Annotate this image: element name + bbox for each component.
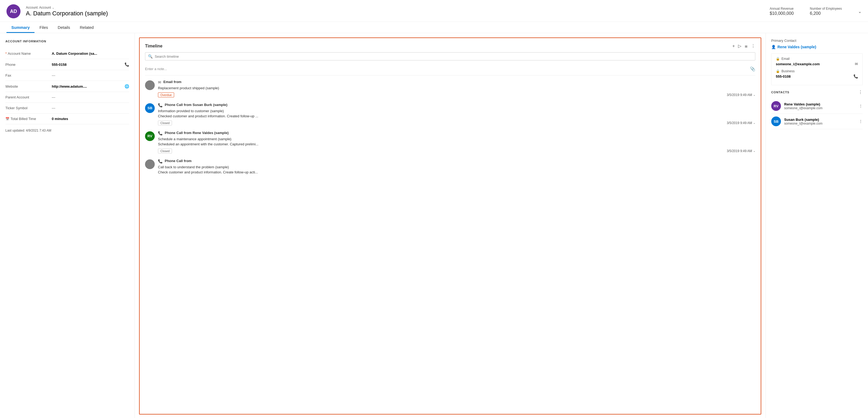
phone-icon[interactable]: 📞 xyxy=(125,62,129,67)
timeline-timestamp: 3/5/2019 9:49 AM ⌄ xyxy=(727,93,755,97)
fields-container: * Account NameA. Datum Corporation (sa..… xyxy=(5,48,129,114)
contact-business-field: 🔒 Business 555-0108 📞 xyxy=(776,69,858,79)
header-collapse-icon[interactable]: ⌄ xyxy=(858,9,862,14)
timeline-avatar xyxy=(145,80,155,90)
breadcrumb[interactable]: Account: Account ⌄ xyxy=(26,6,764,9)
contact-email: someone_l@example.com xyxy=(784,122,856,125)
phone-icon: 📞 xyxy=(158,131,162,136)
contact-avatar: SB xyxy=(771,117,781,126)
breadcrumb-chevron-icon[interactable]: ⌄ xyxy=(52,6,54,9)
header: AD Account: Account ⌄ A. Datum Corporati… xyxy=(0,0,868,22)
timeline-item-badge: Overdue xyxy=(158,92,174,97)
timeline-items: ✉Email fromReplacement product shipped (… xyxy=(145,80,755,177)
contact-list-item: RVRene Valdes (sample)someone_i@example.… xyxy=(771,98,863,114)
contact-avatar: RV xyxy=(771,101,781,111)
timeline-item-header: 📞Phone Call from Susan Burk (sample) xyxy=(158,103,755,107)
total-billed-time-value: 0 minutes xyxy=(52,117,129,121)
primary-contact-link[interactable]: 👤 Rene Valdes (sample) xyxy=(771,45,863,49)
expand-icon[interactable]: ⌄ xyxy=(753,149,755,152)
business-label: 🔒 Business xyxy=(776,69,858,73)
timeline-item-body: Replacement product shipped (sample) xyxy=(158,86,755,91)
timeline-title: Timeline xyxy=(145,44,729,49)
timeline-item-content: 📞Phone Call from Rene Valdes (sample)Sch… xyxy=(158,131,755,153)
title-group: Account: Account ⌄ A. Datum Corporation … xyxy=(26,6,764,17)
timeline-avatar: RV xyxy=(145,131,155,141)
contacts-list: RVRene Valdes (sample)someone_i@example.… xyxy=(771,98,863,129)
contact-card: 🔒 Email someone_i@example.com ✉ 🔒 Busine… xyxy=(771,53,863,85)
timeline-more-icon[interactable]: ⋮ xyxy=(751,43,755,49)
email-value: someone_i@example.com xyxy=(776,62,820,66)
search-input[interactable] xyxy=(155,55,752,59)
timeline-item-content: ✉Email fromReplacement product shipped (… xyxy=(158,80,755,97)
field-label: * Account Name xyxy=(5,52,49,56)
email-row: someone_i@example.com ✉ xyxy=(776,62,858,66)
email-icon: ✉ xyxy=(158,80,161,84)
contacts-section-title: CONTACTS xyxy=(771,91,789,94)
tab-files[interactable]: Files xyxy=(34,22,53,33)
timeline-sort-icon[interactable]: ≣ xyxy=(745,44,748,48)
timeline-item-content: 📞Phone Call fromCall back to understand … xyxy=(158,159,755,177)
avatar: AD xyxy=(6,4,21,18)
lock2-icon: 🔒 xyxy=(776,69,780,73)
timeline-search-bar[interactable]: 🔍 xyxy=(145,52,755,60)
field-label: Phone xyxy=(5,63,49,67)
timeline-timestamp: 3/5/2019 9:49 AM ⌄ xyxy=(727,121,755,125)
contact-info: Susan Burk (sample)someone_l@example.com xyxy=(784,118,856,125)
timeline-item-title: Phone Call from Susan Burk (sample) xyxy=(165,103,227,107)
contact-person-icon: 👤 xyxy=(771,45,776,49)
tab-details[interactable]: Details xyxy=(53,22,75,33)
timeline-item: ✉Email fromReplacement product shipped (… xyxy=(145,80,755,97)
field-label: Fax xyxy=(5,73,49,78)
total-billed-time-row: 📅 Total Billed Time 0 minutes xyxy=(5,114,129,124)
timeline-item-header: 📞Phone Call from xyxy=(158,159,755,163)
timeline-item-body: Schedule a maintenance appointment (samp… xyxy=(158,137,755,147)
note-input-area[interactable]: Enter a note... 📎 xyxy=(145,64,755,76)
timeline-item-title: Phone Call from Rene Valdes (sample) xyxy=(165,131,228,135)
timeline-item-footer: Closed3/5/2019 9:49 AM ⌄ xyxy=(158,121,755,125)
phone-icon: 📞 xyxy=(158,103,162,107)
attach-icon[interactable]: 📎 xyxy=(750,66,755,71)
contact-list-item: SBSusan Burk (sample)someone_l@example.c… xyxy=(771,114,863,129)
contacts-section-header: CONTACTS ⋮ xyxy=(771,90,863,95)
contacts-more-icon[interactable]: ⋮ xyxy=(858,90,863,95)
email-label: 🔒 Email xyxy=(776,57,858,61)
timeline-add-icon[interactable]: + xyxy=(733,44,735,49)
right-panel: Primary Contact 👤 Rene Valdes (sample) 🔒… xyxy=(766,33,868,418)
field-row: Fax--- xyxy=(5,70,129,81)
timeline-filter-icon[interactable]: ▷ xyxy=(738,43,741,49)
annual-revenue-value: $10,000,000 xyxy=(770,11,794,16)
field-row: Phone555-0158📞 xyxy=(5,59,129,70)
timeline-header: Timeline + ▷ ≣ ⋮ xyxy=(145,43,755,49)
page-title: A. Datum Corporation (sample) xyxy=(26,10,764,17)
annual-revenue-label: Annual Revenue xyxy=(770,7,794,10)
business-row: 555-0108 📞 xyxy=(776,74,858,79)
num-employees-value: 6,200 xyxy=(810,11,842,16)
email-action-icon[interactable]: ✉ xyxy=(855,62,858,66)
field-label: Ticker Symbol xyxy=(5,106,49,110)
expand-icon[interactable]: ⌄ xyxy=(753,121,755,124)
num-employees-stat: Number of Employees 6,200 xyxy=(810,7,842,16)
field-value: 555-0158 xyxy=(52,63,121,67)
field-value: A. Datum Corporation (sa... xyxy=(52,52,129,56)
timeline-item-header: ✉Email from xyxy=(158,80,755,84)
field-value: --- xyxy=(52,106,129,110)
tab-summary[interactable]: Summary xyxy=(6,22,34,33)
field-value: --- xyxy=(52,95,129,99)
timeline-item-body: Information provided to customer (sample… xyxy=(158,109,755,119)
annual-revenue-stat: Annual Revenue $10,000,000 xyxy=(770,7,794,16)
field-value: http://www.adatum.... xyxy=(52,84,121,88)
primary-contact-name-text: Rene Valdes (sample) xyxy=(777,45,816,49)
contact-name: Rene Valdes (sample) xyxy=(784,102,856,106)
last-updated-value: 4/9/2021 7:43 AM xyxy=(26,129,51,132)
expand-icon[interactable]: ⌄ xyxy=(753,93,755,96)
timeline-item-footer: Overdue3/5/2019 9:49 AM ⌄ xyxy=(158,92,755,97)
globe-icon[interactable]: 🌐 xyxy=(125,84,129,88)
timeline-item-title: Phone Call from xyxy=(165,159,192,163)
field-row: Websitehttp://www.adatum....🌐 xyxy=(5,81,129,92)
contact-more-icon[interactable]: ⋮ xyxy=(859,119,863,123)
phone-action-icon[interactable]: 📞 xyxy=(854,74,858,79)
header-stats: Annual Revenue $10,000,000 Number of Emp… xyxy=(770,7,862,16)
timeline-item: 📞Phone Call fromCall back to understand … xyxy=(145,159,755,177)
contact-more-icon[interactable]: ⋮ xyxy=(859,104,863,108)
tab-related[interactable]: Related xyxy=(75,22,99,33)
